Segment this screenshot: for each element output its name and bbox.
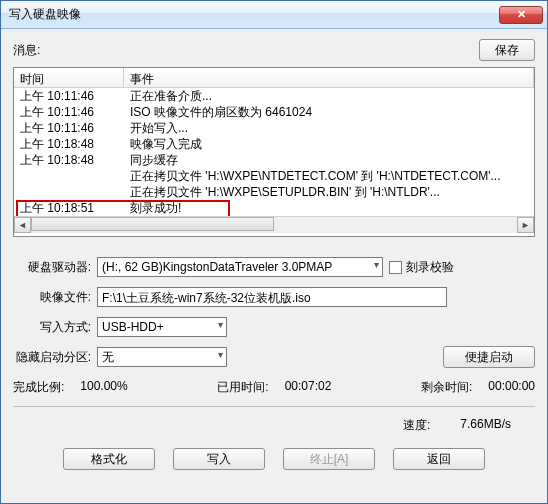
drive-label: 硬盘驱动器: (13, 259, 91, 276)
speed-row: 速度: 7.66MB/s (13, 417, 535, 434)
speed-label: 速度: (403, 417, 430, 434)
method-select[interactable]: USB-HDD+ (97, 317, 227, 337)
image-path-input[interactable]: F:\1\土豆系统-win7系统-32位装机版.iso (97, 287, 447, 307)
message-label: 消息: (13, 42, 40, 59)
titlebar[interactable]: 写入硬盘映像 ✕ (1, 1, 547, 29)
remain-value: 00:00:00 (488, 379, 535, 396)
verify-checkbox[interactable]: 刻录校验 (389, 259, 454, 276)
dialog-window: 写入硬盘映像 ✕ 消息: 保存 时间 事件 上午 10:11:46正在准备介质.… (0, 0, 548, 504)
message-row: 消息: 保存 (13, 39, 535, 61)
image-row: 映像文件: F:\1\土豆系统-win7系统-32位装机版.iso (13, 285, 535, 309)
close-icon[interactable]: ✕ (499, 6, 543, 24)
checkbox-icon[interactable] (389, 261, 402, 274)
image-label: 映像文件: (13, 289, 91, 306)
button-bar: 格式化 写入 终止[A] 返回 (13, 440, 535, 474)
log-header: 时间 事件 (14, 68, 534, 88)
elapsed-value: 00:07:02 (285, 379, 332, 396)
drive-row: 硬盘驱动器: (H:, 62 GB)KingstonDataTraveler 3… (13, 255, 535, 279)
save-button[interactable]: 保存 (479, 39, 535, 61)
remain-label: 剩余时间: (421, 379, 472, 396)
done-label: 完成比例: (13, 379, 64, 396)
drive-select[interactable]: (H:, 62 GB)KingstonDataTraveler 3.0PMAP (97, 257, 383, 277)
verify-label: 刻录校验 (406, 259, 454, 276)
method-label: 写入方式: (13, 319, 91, 336)
format-button[interactable]: 格式化 (63, 448, 155, 470)
log-row[interactable]: 上午 10:11:46正在准备介质... (14, 88, 534, 104)
elapsed-label: 已用时间: (217, 379, 268, 396)
col-event[interactable]: 事件 (124, 68, 534, 87)
log-row[interactable]: 上午 10:11:46开始写入... (14, 120, 534, 136)
scroll-right-icon[interactable]: ► (517, 217, 534, 233)
h-scrollbar[interactable]: ◄ ► (14, 216, 534, 233)
scroll-thumb[interactable] (31, 217, 274, 231)
scroll-track[interactable] (31, 217, 517, 233)
col-time[interactable]: 时间 (14, 68, 124, 87)
log-rows: 上午 10:11:46正在准备介质... 上午 10:11:46ISO 映像文件… (14, 88, 534, 216)
scroll-left-icon[interactable]: ◄ (14, 217, 31, 233)
hidden-label: 隐藏启动分区: (13, 349, 91, 366)
dialog-body: 消息: 保存 时间 事件 上午 10:11:46正在准备介质... 上午 10:… (1, 29, 547, 503)
write-button[interactable]: 写入 (173, 448, 265, 470)
log-row[interactable]: 上午 10:18:51刻录成功! (14, 200, 534, 216)
speed-value: 7.66MB/s (460, 417, 511, 434)
log-row[interactable]: 上午 10:11:46ISO 映像文件的扇区数为 6461024 (14, 104, 534, 120)
log-row[interactable]: 上午 10:18:48同步缓存 (14, 152, 534, 168)
log-row[interactable]: 上午 10:18:48映像写入完成 (14, 136, 534, 152)
abort-button: 终止[A] (283, 448, 375, 470)
log-row[interactable]: 正在拷贝文件 'H:\WXPE\NTDETECT.COM' 到 'H:\NTDE… (14, 168, 534, 184)
log-row[interactable]: 正在拷贝文件 'H:\WXPE\SETUPLDR.BIN' 到 'H:\NTLD… (14, 184, 534, 200)
method-row: 写入方式: USB-HDD+ (13, 315, 535, 339)
back-button[interactable]: 返回 (393, 448, 485, 470)
window-title: 写入硬盘映像 (5, 6, 499, 23)
progress-row: 完成比例: 100.00% 已用时间: 00:07:02 剩余时间: 00:00… (13, 375, 535, 396)
hidden-select[interactable]: 无 (97, 347, 227, 367)
log-list: 时间 事件 上午 10:11:46正在准备介质... 上午 10:11:46IS… (13, 67, 535, 237)
hidden-row: 隐藏启动分区: 无 便捷启动 (13, 345, 535, 369)
done-value: 100.00% (80, 379, 127, 396)
portable-boot-button[interactable]: 便捷启动 (443, 346, 535, 368)
separator (13, 406, 535, 407)
